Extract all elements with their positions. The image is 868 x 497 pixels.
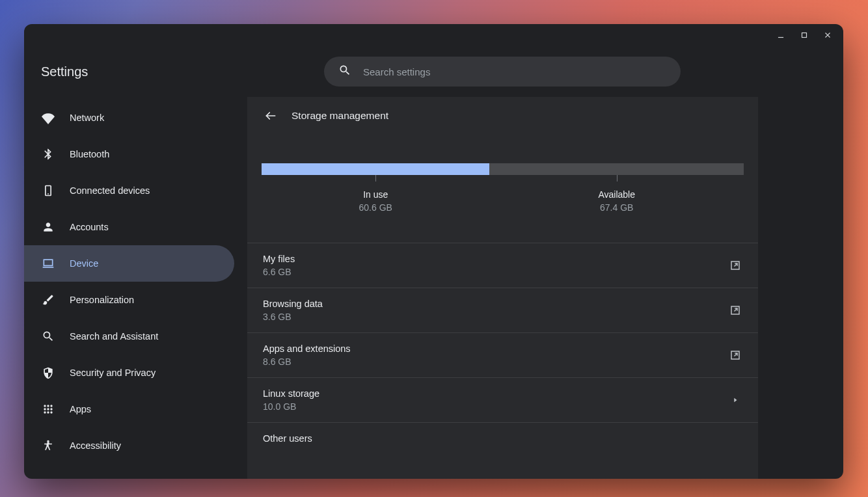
svg-point-11: [44, 408, 46, 410]
sidebar: Network Bluetooth Connected devices Acco…: [24, 97, 247, 479]
sidebar-item-personalization[interactable]: Personalization: [24, 282, 234, 318]
open-external-icon: [728, 303, 742, 317]
sidebar-item-label: Security and Privacy: [70, 368, 156, 378]
app-title: Settings: [41, 64, 324, 79]
stat-in-use: In use 60.6 GB: [262, 189, 489, 213]
window-titlebar: [24, 24, 843, 46]
wifi-icon: [41, 111, 55, 125]
open-external-icon: [728, 258, 742, 273]
window-maximize-button[interactable]: [795, 26, 813, 44]
apps-icon: [41, 402, 55, 416]
sidebar-item-accounts[interactable]: Accounts: [24, 209, 234, 245]
row-title: Apps and extensions: [263, 343, 728, 354]
storage-bar: [262, 163, 744, 175]
settings-window: Settings Network Bluetooth Connected dev…: [24, 24, 843, 479]
row-browsing-data[interactable]: Browsing data 3.6 GB: [247, 288, 758, 333]
window-close-button[interactable]: [819, 26, 837, 44]
sidebar-item-label: Accessibility: [70, 440, 121, 451]
phone-icon: [41, 183, 55, 198]
stat-label: Available: [489, 189, 744, 200]
svg-rect-1: [802, 33, 807, 38]
row-value: 6.6 GB: [263, 267, 728, 277]
stat-value: 60.6 GB: [262, 202, 489, 213]
bluetooth-icon: [41, 147, 55, 161]
panel-header: Storage management: [247, 97, 758, 135]
storage-panel: Storage management In use 60.6 GB: [247, 97, 758, 479]
app-header: Settings: [24, 46, 843, 97]
sidebar-item-security-privacy[interactable]: Security and Privacy: [24, 355, 234, 391]
svg-point-8: [44, 405, 46, 407]
row-my-files[interactable]: My files 6.6 GB: [247, 243, 758, 288]
stat-value: 67.4 GB: [489, 202, 744, 213]
svg-point-17: [47, 440, 49, 442]
svg-point-10: [50, 405, 52, 407]
page-title: Storage management: [292, 110, 388, 122]
sidebar-item-label: Personalization: [70, 295, 134, 305]
sidebar-item-label: Search and Assistant: [70, 331, 158, 342]
sidebar-item-bluetooth[interactable]: Bluetooth: [24, 136, 234, 172]
svg-point-12: [47, 408, 49, 410]
row-title: Other users: [263, 433, 742, 444]
main-area: Storage management In use 60.6 GB: [247, 97, 843, 479]
stat-label: In use: [262, 189, 489, 200]
shield-icon: [41, 366, 55, 380]
storage-summary: In use 60.6 GB Available 67.4 GB: [247, 135, 758, 243]
storage-categories: My files 6.6 GB Browsing data 3.6 GB: [247, 243, 758, 457]
sidebar-item-label: Accounts: [70, 222, 109, 232]
sidebar-item-label: Device: [70, 258, 98, 269]
stat-available: Available 67.4 GB: [489, 189, 744, 213]
row-value: 10.0 GB: [263, 401, 728, 412]
open-external-icon: [728, 348, 742, 362]
bar-tick-available: [617, 175, 617, 181]
sidebar-item-label: Bluetooth: [70, 149, 109, 159]
search-input[interactable]: [363, 66, 666, 77]
row-value: 8.6 GB: [263, 356, 728, 367]
app-body: Network Bluetooth Connected devices Acco…: [24, 97, 843, 479]
svg-point-9: [47, 405, 49, 407]
bar-tick-used: [375, 175, 376, 181]
back-button[interactable]: [260, 105, 281, 126]
row-apps-extensions[interactable]: Apps and extensions 8.6 GB: [247, 333, 758, 378]
sidebar-item-accessibility[interactable]: Accessibility: [24, 427, 234, 464]
sidebar-item-label: Apps: [70, 404, 91, 414]
svg-point-13: [50, 408, 52, 410]
search-icon: [338, 64, 351, 79]
sidebar-item-label: Network: [70, 113, 104, 123]
svg-rect-6: [44, 260, 52, 265]
svg-point-15: [47, 411, 49, 413]
storage-bar-axis: [262, 175, 744, 189]
person-icon: [41, 220, 55, 234]
row-other-users[interactable]: Other users: [247, 423, 758, 457]
row-title: Linux storage: [263, 388, 728, 399]
sidebar-item-network[interactable]: Network: [24, 100, 234, 136]
accessibility-icon: [41, 438, 55, 453]
row-linux-storage[interactable]: Linux storage 10.0 GB: [247, 378, 758, 423]
laptop-icon: [41, 256, 55, 271]
search-icon: [41, 329, 55, 343]
svg-point-16: [50, 411, 52, 413]
brush-icon: [41, 293, 55, 307]
sidebar-item-search-assistant[interactable]: Search and Assistant: [24, 318, 234, 355]
row-title: Browsing data: [263, 299, 728, 309]
window-minimize-button[interactable]: [772, 26, 790, 44]
sidebar-item-label: Connected devices: [70, 185, 150, 196]
row-title: My files: [263, 254, 728, 264]
row-value: 3.6 GB: [263, 312, 728, 322]
search-field[interactable]: [324, 57, 681, 87]
sidebar-item-connected-devices[interactable]: Connected devices: [24, 172, 234, 209]
svg-point-14: [44, 411, 46, 413]
chevron-right-icon: [728, 393, 742, 407]
sidebar-item-apps[interactable]: Apps: [24, 391, 234, 427]
sidebar-item-device[interactable]: Device: [24, 245, 234, 282]
storage-stats: In use 60.6 GB Available 67.4 GB: [262, 189, 744, 213]
storage-bar-used: [262, 163, 489, 175]
